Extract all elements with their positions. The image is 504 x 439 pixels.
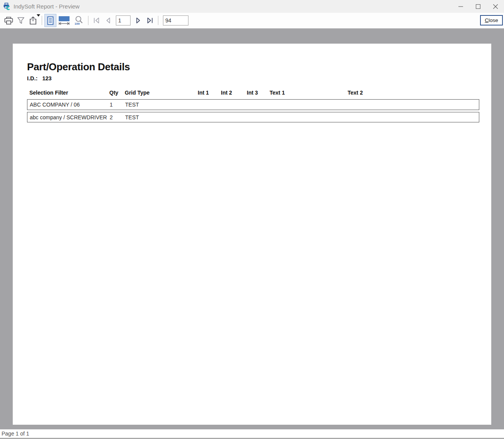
last-page-icon	[146, 17, 154, 24]
next-page-button[interactable]	[133, 14, 144, 27]
page-width-icon	[58, 16, 70, 25]
print-icon	[4, 17, 13, 25]
last-page-button[interactable]	[144, 14, 156, 27]
toolbar-separator	[42, 16, 42, 25]
page-view-icon	[47, 16, 54, 25]
header-int-2: Int 2	[221, 90, 247, 96]
minimize-button[interactable]	[452, 0, 469, 13]
next-page-icon	[135, 17, 142, 24]
filter-button[interactable]	[15, 14, 27, 27]
maximize-icon	[476, 4, 480, 9]
window-controls	[452, 0, 504, 13]
close-button-label: Close	[481, 17, 502, 23]
previous-page-icon	[105, 17, 112, 24]
header-qty: Qty	[109, 90, 125, 96]
page-width-view-button[interactable]	[56, 14, 72, 27]
table-header-row: Selection Filter Qty Grid Type Int 1 Int…	[27, 90, 479, 96]
svg-text:100: 100	[75, 22, 80, 25]
close-window-button[interactable]	[487, 0, 504, 13]
whole-page-view-button[interactable]	[44, 14, 56, 27]
cell-selection-filter: abc company / SCREWDRIVER	[30, 114, 110, 120]
print-button[interactable]	[2, 14, 15, 27]
header-text-1: Text 1	[270, 90, 348, 96]
maximize-button[interactable]	[469, 0, 487, 13]
report-title: Part/Operation Details	[27, 61, 130, 73]
app-logo-icon	[3, 3, 11, 10]
export-dropdown-caret-icon	[37, 14, 40, 17]
header-int-1: Int 1	[198, 90, 221, 96]
header-int-3: Int 3	[247, 90, 270, 96]
status-bar: Page 1 of 1	[0, 429, 504, 439]
first-page-button[interactable]	[91, 14, 103, 27]
report-id-line: I.D.:123	[27, 75, 52, 81]
preview-canvas: Part/Operation Details I.D.:123 Selectio…	[0, 29, 504, 429]
close-preview-button[interactable]: Close	[480, 15, 503, 25]
page-count-status: Page 1 of 1	[2, 431, 29, 437]
cell-qty: 1	[110, 102, 125, 108]
filter-icon	[17, 17, 25, 24]
report-page: Part/Operation Details I.D.:123 Selectio…	[13, 44, 491, 425]
toolbar-separator	[88, 16, 88, 25]
cell-grid-type: TEST	[125, 102, 198, 108]
cell-grid-type: TEST	[125, 114, 198, 120]
header-selection-filter: Selection Filter	[29, 90, 109, 96]
previous-page-button[interactable]	[103, 14, 114, 27]
report-id-label: I.D.:	[27, 75, 37, 81]
page-number-input[interactable]	[116, 15, 131, 25]
header-grid-type: Grid Type	[125, 90, 198, 96]
table-row: ABC COMPANY / 06 1 TEST	[27, 99, 479, 110]
zoom-percent-input[interactable]	[163, 15, 188, 25]
header-text-2: Text 2	[348, 90, 479, 96]
cell-selection-filter: ABC COMPANY / 06	[30, 102, 110, 108]
window-title: IndySoft Report - Preview	[14, 3, 80, 10]
zoom-100-button[interactable]: 100	[72, 14, 86, 27]
export-icon	[29, 16, 37, 25]
toolbar-separator	[158, 16, 158, 25]
minimize-icon	[458, 6, 463, 7]
title-bar: IndySoft Report - Preview	[0, 0, 504, 13]
first-page-icon	[93, 17, 101, 24]
cell-qty: 2	[110, 114, 125, 120]
toolbar: 100	[0, 13, 504, 29]
zoom-100-icon: 100	[74, 15, 84, 25]
app-window: IndySoft Report - Preview	[0, 0, 504, 439]
report-id-value: 123	[42, 75, 51, 81]
export-button[interactable]	[27, 14, 39, 27]
close-icon	[493, 4, 498, 9]
table-row: abc company / SCREWDRIVER 2 TEST	[27, 112, 479, 122]
